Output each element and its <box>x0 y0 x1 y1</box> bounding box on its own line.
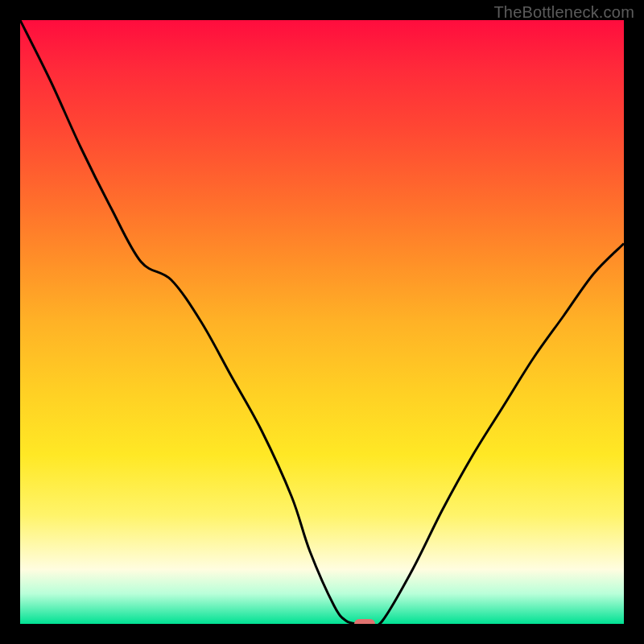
bottleneck-curve <box>20 20 624 624</box>
watermark-text: TheBottleneck.com <box>493 3 634 22</box>
plot-area <box>20 20 624 624</box>
optimum-marker <box>354 619 375 624</box>
chart-frame: TheBottleneck.com <box>0 0 644 644</box>
curve-path <box>20 20 624 624</box>
